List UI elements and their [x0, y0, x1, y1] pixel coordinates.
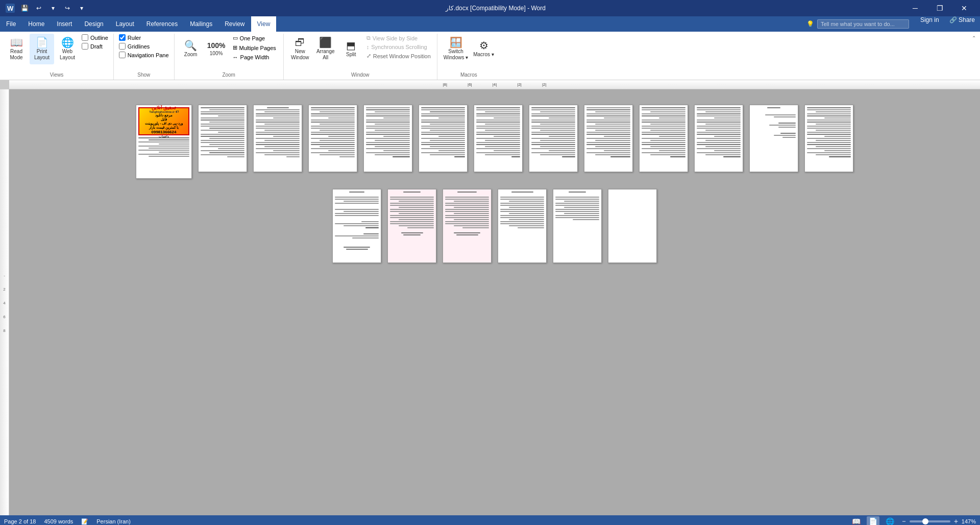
page-11 [694, 105, 743, 172]
page-2 [198, 105, 247, 172]
minimize-button[interactable]: ─ [903, 0, 927, 16]
outline-checkbox[interactable] [82, 34, 88, 41]
web-view-button[interactable]: 🌐 [884, 516, 896, 525]
page-text [445, 192, 489, 260]
print-view-button[interactable]: 📄 [867, 516, 879, 525]
page-6 [419, 105, 468, 172]
page-text [697, 107, 741, 170]
window-controls: ─ ❐ ✕ [903, 0, 976, 16]
page-8 [529, 105, 578, 172]
zoom-plus-button[interactable]: ＋ [952, 517, 960, 525]
sign-in-button[interactable]: Sign in [915, 16, 944, 32]
menu-view[interactable]: View [251, 16, 277, 32]
zoom-100-button[interactable]: 100% 100% [204, 34, 229, 64]
page-3 [253, 105, 302, 172]
sync-scrolling-button[interactable]: ↕ Synchronous Scrolling [364, 43, 433, 51]
one-page-button[interactable]: ▭ One Page [230, 34, 279, 42]
window-extra-buttons: ⧉ View Side by Side ↕ Synchronous Scroll… [364, 34, 433, 69]
multiple-pages-button[interactable]: ⊞ Multiple Pages [230, 43, 279, 52]
pages-row-2 [332, 189, 657, 263]
reset-window-position-button[interactable]: ⤢ Reset Window Position [364, 52, 433, 60]
ruler-container: |8| |6| |4| |2| |2| [0, 80, 980, 89]
zoom-percent-display: 147% [962, 518, 976, 524]
page-text [752, 107, 796, 170]
print-layout-button[interactable]: 📄 PrintLayout [30, 34, 54, 64]
zoom-button[interactable]: 🔍 Zoom [179, 34, 203, 64]
share-button[interactable]: 🔗 Share [944, 16, 980, 32]
menu-insert[interactable]: Insert [51, 16, 78, 32]
ribbon: 📖 ReadMode 📄 PrintLayout 🌐 WebLayout Out… [0, 32, 980, 80]
document-content-area[interactable]: تحقیق آنلاین Tahghighonline.ir 🏷 مرجع دا… [9, 89, 980, 515]
page-text [390, 192, 434, 260]
page-13 [804, 105, 853, 172]
macros-button[interactable]: ⚙ Macros ▾ [471, 34, 496, 64]
undo-qat-button[interactable]: ↩ [33, 2, 45, 14]
navigation-pane-check[interactable]: Navigation Pane [118, 51, 170, 59]
page-text [586, 107, 630, 170]
restore-button[interactable]: ❐ [928, 0, 951, 16]
tell-me-input[interactable] [817, 19, 909, 29]
page-1-text [138, 137, 189, 176]
page-5 [363, 105, 412, 172]
switch-windows-button[interactable]: 🪟 SwitchWindows ▾ [442, 34, 470, 64]
macros-icon: ⚙ [479, 40, 488, 51]
zoom-slider[interactable] [910, 520, 950, 522]
menu-layout[interactable]: Layout [110, 16, 140, 32]
gridlines-check[interactable]: Gridlines [118, 42, 170, 50]
ruler-check[interactable]: Ruler [118, 34, 170, 41]
customize-qat-button[interactable]: ▾ [76, 2, 88, 14]
close-button[interactable]: ✕ [952, 0, 976, 16]
new-window-button[interactable]: 🗗 NewWindow [288, 34, 312, 64]
page-text [476, 107, 520, 170]
undo-arrow-button[interactable]: ▾ [47, 2, 59, 14]
word-count: 4509 words [44, 518, 73, 524]
navigation-pane-checkbox[interactable] [119, 52, 126, 58]
menu-design[interactable]: Design [78, 16, 109, 32]
page-14 [332, 189, 381, 263]
ruler-corner [0, 80, 9, 89]
sync-scroll-icon: ↕ [366, 44, 370, 50]
zoom-100-display: 100% [207, 41, 226, 50]
new-window-icon: 🗗 [295, 37, 305, 47]
outline-check[interactable]: Outline [81, 34, 109, 41]
page-9 [584, 105, 633, 172]
save-qat-button[interactable]: 💾 [18, 2, 31, 14]
menu-bar: File Home Insert Design Layout Reference… [0, 16, 980, 32]
status-right: 📖 📄 🌐 － ＋ 147% [850, 516, 976, 525]
tell-me-area: 💡 [800, 16, 915, 32]
redo-qat-button[interactable]: ↪ [61, 2, 74, 14]
read-mode-button[interactable]: 📖 ReadMode [4, 34, 29, 64]
ribbon-group-zoom: 🔍 Zoom 100% 100% ▭ One Page ⊞ Multiple P… [175, 34, 284, 80]
menu-file[interactable]: File [0, 16, 22, 32]
ribbon-group-views: 📖 ReadMode 📄 PrintLayout 🌐 WebLayout Out… [0, 34, 114, 80]
web-layout-button[interactable]: 🌐 WebLayout [55, 34, 80, 64]
draft-checkbox[interactable] [82, 43, 88, 50]
horizontal-ruler: |8| |6| |4| |2| |2| [9, 80, 980, 89]
menu-review[interactable]: Review [218, 16, 251, 32]
menu-mailings[interactable]: Mailings [184, 16, 218, 32]
arrange-all-button[interactable]: ⬛ ArrangeAll [313, 34, 338, 64]
menu-references[interactable]: References [140, 16, 184, 32]
menu-home[interactable]: Home [22, 16, 51, 32]
view-side-by-side-button[interactable]: ⧉ View Side by Side [364, 34, 433, 42]
page-text [642, 107, 685, 170]
zoom-minus-button[interactable]: － [900, 517, 908, 525]
read-view-button[interactable]: 📖 [850, 516, 863, 525]
gridlines-checkbox[interactable] [119, 43, 126, 50]
page-15 [387, 189, 436, 263]
status-bar: Page 2 of 18 4509 words 📝 Persian (Iran)… [0, 515, 980, 525]
show-label: Show [114, 72, 174, 78]
split-button[interactable]: ⬒ Split [339, 34, 363, 64]
page-width-button[interactable]: ↔ Page Width [230, 53, 279, 61]
proofing-icon: 📝 [81, 518, 88, 525]
one-page-icon: ▭ [233, 35, 238, 41]
reset-window-icon: ⤢ [366, 53, 371, 59]
ruler-checkbox[interactable] [119, 34, 126, 41]
ribbon-collapse-button[interactable]: ⌃ [970, 34, 978, 42]
page-12 [749, 105, 798, 172]
page-text [335, 192, 379, 260]
switch-windows-icon: 🪟 [450, 37, 462, 47]
page-blank [608, 189, 657, 263]
draft-check[interactable]: Draft [81, 42, 109, 50]
split-icon: ⬒ [346, 40, 356, 51]
